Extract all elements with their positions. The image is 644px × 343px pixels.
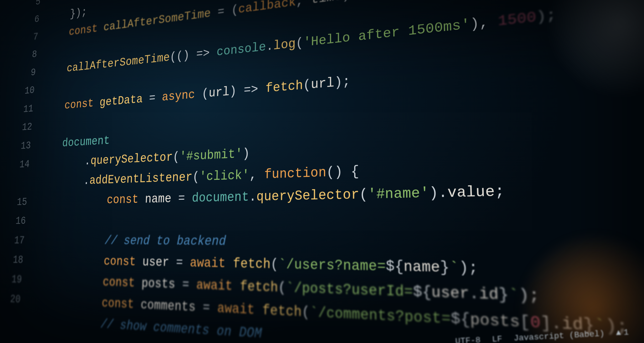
code-token: fetch xyxy=(240,279,278,296)
code-token: () { xyxy=(326,164,359,180)
code-token: = xyxy=(175,277,197,293)
code-token: . xyxy=(84,154,91,168)
code-token: posts xyxy=(470,311,520,331)
code-token: const xyxy=(104,254,143,269)
code-token: url xyxy=(208,85,230,100)
code-token: ( xyxy=(173,150,180,164)
status-warnings[interactable]: ▲1 xyxy=(616,327,629,338)
code-token: fetch xyxy=(262,302,302,320)
line-number: 12 xyxy=(14,117,41,137)
code-token: ( xyxy=(270,257,278,273)
code-token: ( xyxy=(359,186,368,203)
editor-surface[interactable]: 4 resolve(true); 5 }, time); 6 }); 7 con… xyxy=(1,0,644,343)
code-token: => xyxy=(237,82,266,98)
code-token: ( xyxy=(296,36,303,51)
status-language[interactable]: Javascript (Babel) xyxy=(513,329,605,343)
code-token: await xyxy=(196,278,240,294)
code-token: url xyxy=(311,75,334,92)
code-token: value xyxy=(447,183,495,201)
code-token: log xyxy=(273,37,296,53)
code-token: id xyxy=(479,285,499,304)
code-token: ); xyxy=(536,7,556,26)
code-token: const xyxy=(101,296,141,312)
code-token: , xyxy=(479,14,498,32)
code-token: . xyxy=(83,174,90,188)
code-token: const xyxy=(103,275,142,291)
code-token: ) xyxy=(342,0,350,3)
code-token: ( xyxy=(202,87,209,101)
code-token: = xyxy=(196,300,218,316)
code-token: function xyxy=(264,165,326,182)
code-token: name xyxy=(403,259,440,276)
line-number: 15 xyxy=(9,192,37,212)
code-token: // send to backend xyxy=(105,234,226,249)
code-token: . xyxy=(469,285,479,303)
code-token: (() xyxy=(170,48,196,64)
code-token: const xyxy=(64,96,100,112)
code-token: getData xyxy=(99,92,143,109)
code-token xyxy=(209,46,217,60)
code-token: ); xyxy=(459,259,478,277)
code-token: time xyxy=(311,0,342,7)
code-token: ) xyxy=(242,146,250,161)
code-tokens: document xyxy=(62,131,110,153)
code-token: . xyxy=(266,39,274,54)
code-tokens: // send to backend xyxy=(104,230,226,253)
code-token: ); xyxy=(334,74,350,90)
code-token: user xyxy=(431,284,470,303)
code-token: await xyxy=(190,255,233,271)
code-token: = xyxy=(169,255,190,270)
code-token: user xyxy=(142,255,170,270)
code-token: } xyxy=(440,259,450,276)
code-token: ( xyxy=(192,170,200,185)
line-number: 8 xyxy=(19,44,46,65)
code-token: ( xyxy=(231,3,239,17)
code-token: fetch xyxy=(233,256,271,273)
code-token: . xyxy=(438,185,448,201)
code-token: const xyxy=(106,192,145,207)
code-token: , xyxy=(249,167,264,183)
status-line-ending[interactable]: LF xyxy=(492,334,502,343)
code-token: ) xyxy=(470,16,480,33)
code-token: '#name' xyxy=(368,185,429,203)
code-token: fetch xyxy=(265,78,303,96)
line-number: 9 xyxy=(18,62,45,83)
code-token: . xyxy=(249,189,257,205)
code-token: DOM xyxy=(239,325,262,342)
line-number: 13 xyxy=(13,136,40,156)
code-token: ` xyxy=(508,286,519,305)
code-token: 'click' xyxy=(199,168,250,184)
code-token: querySelector xyxy=(90,150,173,168)
code-token: const xyxy=(69,21,104,38)
code-tokens: }); xyxy=(69,3,88,23)
code-token: ( xyxy=(303,78,311,93)
code-token: ( xyxy=(278,280,286,296)
code-token: }); xyxy=(70,6,88,20)
line-number: 18 xyxy=(5,250,33,270)
code-token: = xyxy=(171,191,192,206)
code-token: posts xyxy=(141,276,176,292)
code-token: `/comments?post= xyxy=(310,304,451,328)
code-token: console xyxy=(216,40,266,59)
code-token: , xyxy=(296,0,311,9)
editor-scene: 4 resolve(true); 5 }, time); 6 }); 7 con… xyxy=(0,0,644,343)
code-token: `/users?name= xyxy=(278,257,386,275)
code-token: ${ xyxy=(386,258,404,275)
code-token: ); xyxy=(519,286,540,305)
code-token: 1500 xyxy=(498,9,537,29)
line-number: 11 xyxy=(16,99,43,119)
code-token: ( xyxy=(302,304,310,321)
code-token: = xyxy=(211,4,231,20)
warning-icon: ▲ xyxy=(616,328,621,338)
code-token: async xyxy=(162,87,202,104)
line-number: 17 xyxy=(7,231,34,250)
code-token: ${ xyxy=(413,284,432,301)
code-token: querySelector xyxy=(256,187,359,204)
line-number: 16 xyxy=(8,211,35,231)
line-number: 14 xyxy=(12,154,39,174)
code-token: ; xyxy=(495,183,505,200)
status-encoding[interactable]: UTF-8 xyxy=(455,335,481,343)
line-number xyxy=(1,321,28,323)
code-token: => xyxy=(196,46,210,62)
line-number: 20 xyxy=(2,289,30,310)
